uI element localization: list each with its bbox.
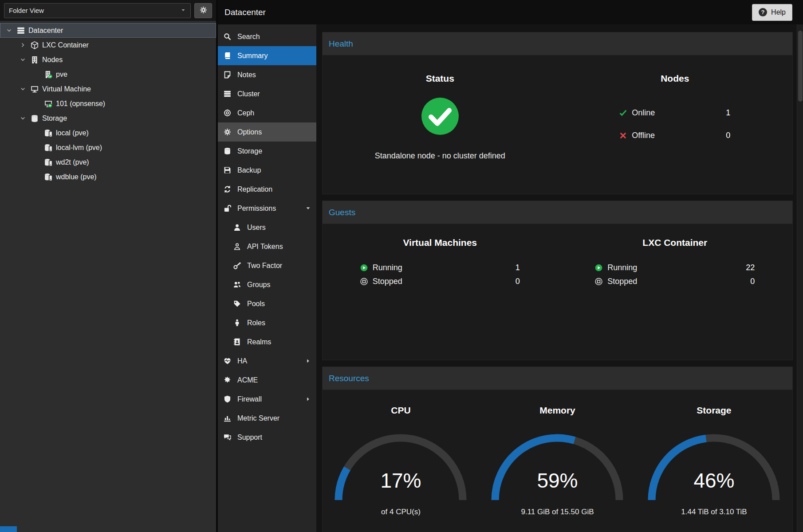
main-region: Datacenter ? Help SearchSummaryNotesClus… — [218, 0, 803, 532]
stat-row-online: Online1 — [619, 102, 730, 124]
tree-item-lxc-container[interactable]: LXC Container — [0, 38, 216, 52]
tree-settings-button[interactable] — [194, 3, 212, 18]
floppy-icon — [223, 166, 232, 174]
content-header: Datacenter ? Help — [218, 0, 803, 24]
view-mode-select[interactable]: Folder View — [4, 3, 191, 18]
gauge-arc: 46% — [641, 426, 787, 504]
node-online-icon — [44, 71, 52, 79]
gauge-percent-value: 46% — [641, 469, 787, 493]
status-heading: Status — [323, 73, 558, 84]
menu-item-replication[interactable]: Replication — [218, 180, 316, 199]
scrollbar-thumb[interactable] — [798, 31, 803, 102]
gear-icon — [223, 128, 232, 136]
menu-item-search[interactable]: Search — [218, 27, 316, 46]
resource-tree: DatacenterLXC ContainerNodespveVirtual M… — [0, 21, 216, 532]
chevron-down-icon[interactable] — [18, 115, 27, 121]
burst-icon — [223, 376, 232, 384]
menu-item-label: Permissions — [237, 205, 276, 213]
menu-item-groups[interactable]: Groups — [218, 275, 316, 294]
running-icon — [360, 264, 368, 272]
tree-item-datacenter[interactable]: Datacenter — [0, 23, 216, 38]
resource-gauge-cpu: CPU17%of 4 CPU(s) — [323, 390, 479, 516]
resources-panel-body: CPU17%of 4 CPU(s)Memory59%9.11 GiB of 15… — [323, 390, 792, 532]
gauge-detail: 9.11 GiB of 15.50 GiB — [479, 508, 636, 516]
gauge-percent-value: 59% — [484, 469, 630, 493]
menu-item-ha[interactable]: HA — [218, 351, 316, 370]
menu-item-options[interactable]: Options — [218, 122, 316, 142]
stat-label: Stopped — [373, 277, 402, 286]
vm-running-icon — [44, 100, 52, 108]
stat-label: Stopped — [607, 277, 637, 286]
chart-bars-icon — [223, 414, 232, 422]
tree-item-local-pve[interactable]: local (pve) — [0, 126, 216, 140]
chevron-down-icon[interactable] — [18, 57, 27, 63]
user-outline-icon — [233, 243, 241, 250]
stopped-icon — [360, 278, 368, 285]
menu-item-users[interactable]: Users — [218, 218, 316, 237]
menu-item-label: Options — [237, 128, 262, 136]
menu-item-acme[interactable]: ACME — [218, 370, 316, 390]
help-button[interactable]: ? Help — [752, 4, 792, 21]
building-icon — [31, 56, 39, 64]
unlock-icon — [223, 205, 232, 212]
menu-item-realms[interactable]: Realms — [218, 332, 316, 351]
menu-item-label: Cluster — [237, 90, 260, 98]
tree-item-wd2t-pve[interactable]: wd2t (pve) — [0, 155, 216, 169]
stat-label: Online — [632, 108, 655, 118]
tree-item-pve[interactable]: pve — [0, 67, 216, 82]
menu-item-storage[interactable]: Storage — [218, 142, 316, 161]
tree-item-101-opnsense[interactable]: 101 (opnsense) — [0, 96, 216, 111]
stat-value: 1 — [516, 263, 520, 272]
replication-icon — [223, 185, 232, 193]
menu-item-permissions[interactable]: Permissions — [218, 199, 316, 218]
column-heading: Virtual Machines — [323, 237, 558, 248]
chevron-right-icon[interactable] — [18, 42, 27, 48]
heart-icon — [223, 357, 232, 365]
idcard-icon — [233, 338, 241, 346]
tree-toolbar: Folder View — [0, 0, 216, 21]
vertical-scrollbar[interactable] — [797, 24, 803, 532]
stat-value: 0 — [726, 131, 730, 140]
gauge-arc: 59% — [484, 426, 630, 504]
menu-item-roles[interactable]: Roles — [218, 313, 316, 332]
menu-item-backup[interactable]: Backup — [218, 161, 316, 180]
menu-item-label: ACME — [237, 376, 258, 384]
menu-item-support[interactable]: Support — [218, 428, 316, 447]
stat-value: 22 — [746, 263, 755, 272]
menu-item-notes[interactable]: Notes — [218, 65, 316, 84]
users-icon — [233, 281, 241, 288]
health-panel: Health Status Standalone node - no clust… — [322, 32, 793, 194]
tree-item-virtual-machine[interactable]: Virtual Machine — [0, 82, 216, 96]
guest-status-rows: Running22Stopped0 — [595, 261, 755, 288]
stat-value: 1 — [726, 108, 730, 118]
menu-item-two-factor[interactable]: Two Factor — [218, 256, 316, 275]
tree-item-local-lvm-pve[interactable]: local-lvm (pve) — [0, 140, 216, 155]
menu-item-summary[interactable]: Summary — [218, 46, 316, 65]
menu-item-firewall[interactable]: Firewall — [218, 390, 316, 409]
tree-item-storage[interactable]: Storage — [0, 111, 216, 126]
tree-item-nodes[interactable]: Nodes — [0, 52, 216, 67]
gauge-title: CPU — [323, 405, 479, 416]
menu-item-api-tokens[interactable]: API Tokens — [218, 237, 316, 256]
chevron-down-icon[interactable] — [18, 86, 27, 92]
menu-item-label: Search — [237, 33, 260, 41]
menu-item-pools[interactable]: Pools — [218, 294, 316, 313]
menu-item-cluster[interactable]: Cluster — [218, 84, 316, 103]
key-icon — [233, 262, 241, 269]
cube-icon — [31, 41, 39, 49]
tag-icon — [233, 300, 241, 307]
health-panel-title: Health — [329, 39, 353, 49]
menu-item-ceph[interactable]: Ceph — [218, 103, 316, 122]
menu-item-metric-server[interactable]: Metric Server — [218, 409, 316, 428]
chevron-down-icon[interactable] — [4, 28, 13, 33]
stat-row-running: Running1 — [360, 261, 520, 275]
stat-label: Running — [607, 263, 637, 272]
tree-item-wdblue-pve[interactable]: wdblue (pve) — [0, 169, 216, 184]
stat-row-stopped: Stopped0 — [360, 275, 520, 288]
menu-item-label: Metric Server — [237, 414, 279, 422]
resources-panel-title: Resources — [329, 374, 369, 383]
column-heading: LXC Container — [558, 237, 793, 248]
menu-item-label: Users — [247, 224, 266, 232]
tree-item-label: LXC Container — [42, 41, 89, 49]
book-icon — [223, 52, 232, 59]
